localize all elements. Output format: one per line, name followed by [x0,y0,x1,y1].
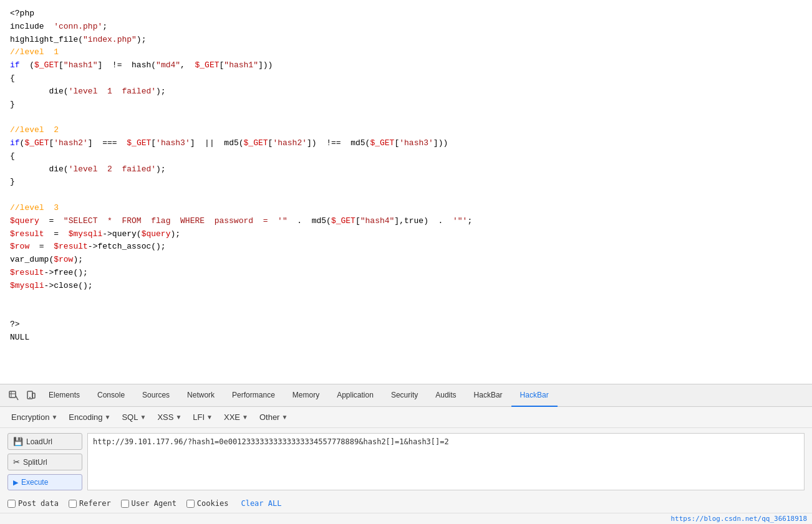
hackbar-body: 💾 LoadUrl ✂ SplitUrl ▶ Execute http://39… [0,428,812,495]
other-dropdown[interactable]: Other ▼ [256,411,291,424]
cookies-label[interactable]: Cookies [186,499,229,508]
post-data-checkbox[interactable] [7,500,16,508]
devtools-tab-performance-4[interactable]: Performance [223,384,284,407]
lfi-dropdown[interactable]: LFI ▼ [189,411,216,424]
svg-line-3 [16,396,18,400]
lfi-arrow-icon: ▼ [206,414,213,421]
post-data-label[interactable]: Post data [7,499,59,508]
devtools-tab-sources-2[interactable]: Sources [133,384,178,407]
hackbar-options-row: Post data Referer User Agent Cookies Cle… [0,495,812,513]
devtools-tabs-row: ElementsConsoleSourcesNetworkPerformance… [0,384,812,407]
devtools-tab-security-7[interactable]: Security [382,384,427,407]
hackbar-right-panel: http://39.101.177.96/?hash1=0e0012333333… [87,433,805,490]
referer-checkbox[interactable] [69,500,77,508]
encryption-dropdown[interactable]: Encryption ▼ [7,411,61,424]
svg-rect-0 [9,391,16,398]
load-url-button[interactable]: 💾 LoadUrl [7,433,82,450]
other-arrow-icon: ▼ [281,414,288,421]
referer-label[interactable]: Referer [69,499,111,508]
svg-rect-5 [32,393,35,398]
encoding-arrow-icon: ▼ [105,414,111,421]
devtools-tab-application-6[interactable]: Application [328,384,382,407]
devtools-tab-memory-5[interactable]: Memory [284,384,328,407]
cookies-checkbox[interactable] [186,500,195,508]
device-icon-btn[interactable] [22,388,40,403]
xss-arrow-icon: ▼ [175,414,181,421]
devtools-tab-hackbar-9[interactable]: HackBar [465,384,511,407]
user-agent-label[interactable]: User Agent [121,499,176,508]
split-url-button[interactable]: ✂ SplitUrl [7,454,82,470]
xxe-dropdown[interactable]: XXE ▼ [220,411,252,424]
disk-icon: 💾 [13,437,23,446]
status-bar: https://blog.csdn.net/qq_36618918 [0,513,812,524]
devtools-tab-audits-8[interactable]: Audits [427,384,465,407]
devtools-tab-elements-0[interactable]: Elements [40,384,89,407]
xxe-arrow-icon: ▼ [242,414,248,421]
devtools-tab-network-3[interactable]: Network [178,384,223,407]
hackbar-left-panel: 💾 LoadUrl ✂ SplitUrl ▶ Execute [7,433,82,490]
inspect-icon-btn[interactable] [5,388,22,403]
clear-all-button[interactable]: Clear ALL [241,499,281,508]
sql-arrow-icon: ▼ [140,414,146,421]
url-input[interactable]: http://39.101.177.96/?hash1=0e0012333333… [87,433,805,490]
hackbar-toolbar: Encryption ▼ Encoding ▼ SQL ▼ XSS ▼ LFI … [0,407,812,428]
encoding-dropdown[interactable]: Encoding ▼ [65,411,114,424]
code-display: <?php include 'conn.php'; highlight_file… [0,0,812,384]
user-agent-checkbox[interactable] [121,500,129,508]
encryption-arrow-icon: ▼ [51,414,57,421]
devtools-panel: ElementsConsoleSourcesNetworkPerformance… [0,384,812,524]
devtools-tab-hackbar-10[interactable]: HackBar [511,384,558,407]
split-icon: ✂ [13,457,20,467]
execute-button[interactable]: ▶ Execute [7,474,82,490]
devtools-tab-console-1[interactable]: Console [89,384,133,407]
xss-dropdown[interactable]: XSS ▼ [153,411,185,424]
sql-dropdown[interactable]: SQL ▼ [118,411,150,424]
play-icon: ▶ [13,479,18,487]
